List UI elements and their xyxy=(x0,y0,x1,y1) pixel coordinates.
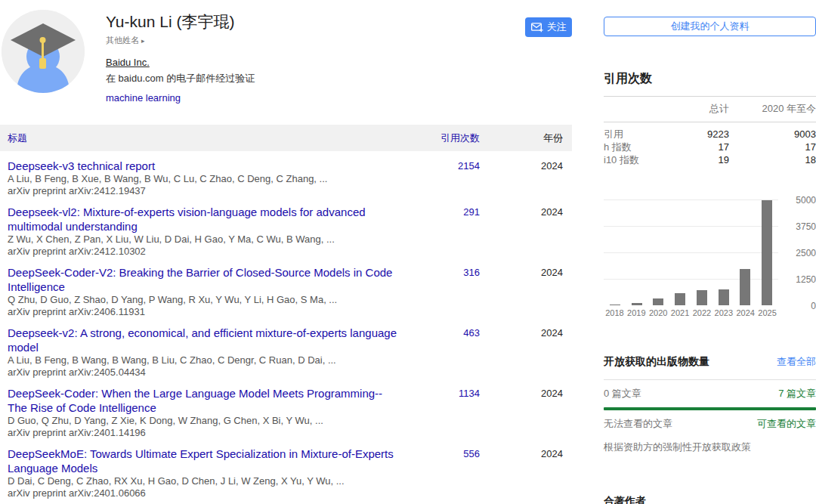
chart-bar-2021[interactable] xyxy=(675,293,685,305)
profile-avatar[interactable] xyxy=(2,10,85,93)
stat-since-value: 9003 xyxy=(729,128,816,141)
cited-by-count-link[interactable]: 463 xyxy=(413,326,487,379)
article-title-link[interactable]: DeepSeek-Coder-V2: Breaking the Barrier … xyxy=(8,265,401,294)
unavailable-articles-label: 无法查看的文章 xyxy=(604,417,757,431)
x-tick-label: 2022 xyxy=(691,308,713,317)
col-all-header: 总计 xyxy=(665,102,729,116)
open-access-meter xyxy=(604,407,816,410)
affiliation-link[interactable]: Baidu Inc. xyxy=(106,57,150,68)
y-tick-label: 3750 xyxy=(781,221,816,232)
table-row: DeepSeek LLM: Scaling Open-Source Langua… xyxy=(0,499,572,504)
x-tick-label: 2019 xyxy=(626,308,648,317)
chart-bar-2023[interactable] xyxy=(719,289,729,305)
article-authors: D Guo, Q Zhu, D Yang, Z Xie, K Dong, W Z… xyxy=(8,415,401,427)
y-tick-label: 5000 xyxy=(781,195,816,206)
chart-bar-2019[interactable] xyxy=(632,303,642,305)
sort-by-citations-header[interactable]: 引用次数 xyxy=(413,131,487,145)
stat-row-citations: 引用 9223 9003 xyxy=(604,128,816,141)
article-title-link[interactable]: DeepSeekMoE: Towards Ultimate Expert Spe… xyxy=(8,447,401,475)
table-row: DeepSeek-Coder: When the Large Language … xyxy=(0,379,572,439)
article-year: 2024 xyxy=(487,159,572,197)
article-authors: Q Zhu, D Guo, Z Shao, D Yang, P Wang, R … xyxy=(8,294,401,306)
open-access-note: 根据资助方的强制性开放获取政策 xyxy=(604,441,816,454)
chart-bar-2018[interactable] xyxy=(610,305,620,305)
article-venue: arXiv preprint arXiv:2401.14196 xyxy=(8,427,401,439)
article-year: 2024 xyxy=(487,265,572,318)
interest-link[interactable]: machine learning xyxy=(106,92,181,104)
cited-by-count-link[interactable]: 316 xyxy=(413,265,487,318)
article-year: 2024 xyxy=(487,447,572,499)
article-venue: arXiv preprint arXiv:2405.04434 xyxy=(8,366,401,379)
article-year: 2024 xyxy=(487,205,572,258)
create-profile-button[interactable]: 创建我的个人资料 xyxy=(604,17,816,36)
article-title-link[interactable]: Deepseek-v2: A strong, economical, and e… xyxy=(8,326,401,354)
col-since-header: 2020 年至今 xyxy=(729,102,816,116)
publications-table: 标题 引用次数 年份 Deepseek-v3 technical report … xyxy=(0,125,572,504)
citations-section-title[interactable]: 引用次数 xyxy=(604,71,816,87)
article-venue: arXiv preprint arXiv:2412.19437 xyxy=(8,185,401,197)
stat-since-value: 18 xyxy=(729,153,816,166)
profile-info: Yu-kun Li (李宇琨) 其他姓名 ▸ Baidu Inc. 在 baid… xyxy=(106,12,514,104)
email-verified-text: 在 baidu.com 的电子邮件经过验证 xyxy=(106,72,514,85)
cited-by-count-link[interactable]: 556 xyxy=(413,447,487,499)
other-names-label: 其他姓名 xyxy=(106,36,139,45)
open-access-section: 开放获取的出版物数量 查看全部 0 篇文章 7 篇文章 无法查看的文章 可查看的… xyxy=(604,355,816,454)
scholar-profile-page: Yu-kun Li (李宇琨) 其他姓名 ▸ Baidu Inc. 在 baid… xyxy=(0,0,816,504)
profile-name: Yu-kun Li (李宇琨) xyxy=(106,12,514,32)
follow-button-label: 关注 xyxy=(547,20,567,34)
table-row: DeepSeekMoE: Towards Ultimate Expert Spe… xyxy=(0,439,572,499)
x-tick-label: 2021 xyxy=(669,308,691,317)
caret-right-icon: ▸ xyxy=(141,37,145,45)
article-authors: A Liu, B Feng, B Xue, B Wang, B Wu, C Lu… xyxy=(8,173,401,185)
cited-by-count-link[interactable]: 1134 xyxy=(413,386,487,439)
publications-table-header: 标题 引用次数 年份 xyxy=(0,125,572,151)
stat-all-value: 9223 xyxy=(665,128,729,141)
stat-label: 引用 xyxy=(604,128,665,141)
article-title-link[interactable]: Deepseek-v3 technical report xyxy=(8,159,401,173)
article-year: 2024 xyxy=(487,326,572,379)
citations-stats-header: 总计 2020 年至今 xyxy=(604,97,816,122)
year-column-header: 年份 xyxy=(487,131,572,145)
view-all-link[interactable]: 查看全部 xyxy=(777,355,816,369)
article-authors: A Liu, B Feng, B Wang, B Wang, B Liu, C … xyxy=(8,354,401,366)
article-authors: D Dai, C Deng, C Zhao, RX Xu, H Gao, D C… xyxy=(8,475,401,487)
sidebar: 创建我的个人资料 引用次数 总计 2020 年至今 引用 9223 9003 h… xyxy=(604,0,816,504)
x-tick-label: 2020 xyxy=(648,308,669,317)
article-year: 2024 xyxy=(487,386,572,439)
table-row: Deepseek-v2: A strong, economical, and e… xyxy=(0,318,572,379)
x-tick-label: 2023 xyxy=(712,308,734,317)
chart-bar-2025[interactable] xyxy=(762,200,772,305)
y-tick-label: 1250 xyxy=(781,274,816,285)
article-authors: Z Wu, X Chen, Z Pan, X Liu, W Liu, D Dai… xyxy=(8,233,401,246)
y-tick-label: 0 xyxy=(781,301,816,311)
coauthors-section-title: 合著作者 xyxy=(604,495,816,504)
stat-label: i10 指数 xyxy=(604,153,665,166)
available-articles-count: 7 篇文章 xyxy=(778,387,816,400)
cited-by-count-link[interactable]: 2154 xyxy=(413,159,487,197)
x-tick-label: 2025 xyxy=(756,308,778,317)
x-tick-label: 2024 xyxy=(734,308,756,317)
graduate-avatar-icon xyxy=(2,10,85,93)
cited-by-count-link[interactable]: 291 xyxy=(413,205,487,258)
stat-all-value: 19 xyxy=(665,153,729,166)
available-articles-link[interactable]: 可查看的文章 xyxy=(757,417,816,431)
citations-per-year-chart: 2018 2019 2020 2021 2022 2023 2024 2025 … xyxy=(604,199,816,320)
sort-by-title-header[interactable]: 标题 xyxy=(0,131,413,145)
table-row: DeepSeek-Coder-V2: Breaking the Barrier … xyxy=(0,258,572,318)
stat-since-value: 17 xyxy=(729,141,816,153)
y-tick-label: 2500 xyxy=(781,248,816,258)
open-access-title: 开放获取的出版物数量 xyxy=(604,355,777,369)
table-row: Deepseek-v3 technical report A Liu, B Fe… xyxy=(0,151,572,197)
follow-button[interactable]: 关注 xyxy=(525,17,572,37)
x-tick-label: 2018 xyxy=(604,308,626,317)
chart-bar-2020[interactable] xyxy=(653,298,663,305)
stat-label: h 指数 xyxy=(604,141,665,153)
stat-row-h-index: h 指数 17 17 xyxy=(604,141,816,153)
stat-row-i10-index: i10 指数 19 18 xyxy=(604,153,816,166)
article-title-link[interactable]: DeepSeek-Coder: When the Large Language … xyxy=(8,386,401,415)
chart-bar-2022[interactable] xyxy=(697,290,707,305)
chart-bar-2024[interactable] xyxy=(740,269,750,305)
unavailable-articles-count: 0 篇文章 xyxy=(604,387,778,400)
other-names-toggle[interactable]: 其他姓名 ▸ xyxy=(106,35,514,46)
article-title-link[interactable]: Deepseek-vl2: Mixture-of-experts vision-… xyxy=(8,205,401,233)
